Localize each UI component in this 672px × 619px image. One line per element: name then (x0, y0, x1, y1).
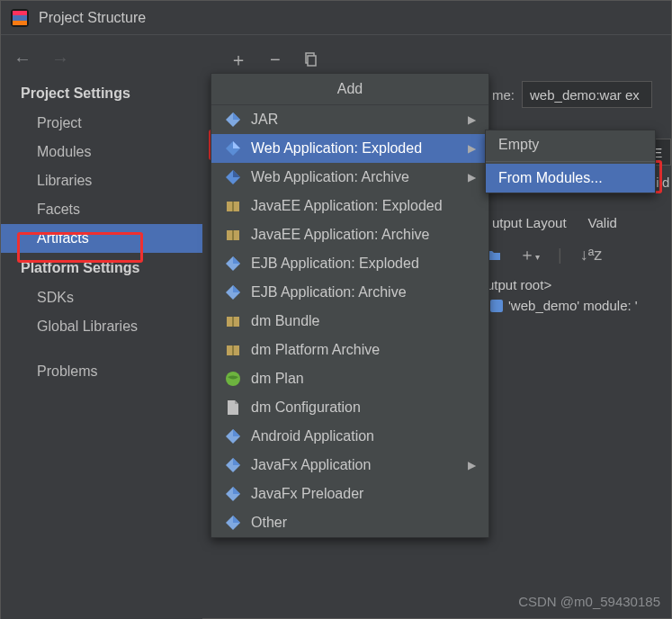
artifact-type-icon (224, 255, 242, 273)
menu-item-jar[interactable]: JAR▶ (211, 105, 488, 134)
submenu-arrow-icon: ▶ (468, 142, 476, 155)
svg-rect-3 (490, 300, 503, 312)
forward-arrow-icon: → (51, 49, 69, 69)
tree-root-label: utput root> (487, 277, 551, 292)
artifact-type-icon (224, 139, 242, 157)
nav-back-forward: ← → (1, 39, 217, 79)
menu-item-other[interactable]: Other (211, 508, 488, 537)
svg-rect-11 (232, 202, 234, 211)
window-title: Project Structure (39, 10, 146, 26)
web-exploded-submenu: EmptyFrom Modules... (485, 130, 656, 193)
artifact-type-icon (224, 168, 242, 186)
intellij-logo-icon (10, 8, 30, 28)
menu-item-label: dm Configuration (251, 399, 361, 416)
svg-marker-15 (233, 256, 240, 264)
menu-item-label: dm Bundle (251, 313, 320, 329)
menu-item-label: Android Application (251, 428, 374, 444)
add-content-icon[interactable]: ＋▾ (519, 244, 540, 265)
tab-validation[interactable]: Valid (588, 215, 617, 240)
artifact-type-icon (224, 341, 242, 359)
menu-item-javafx-preloader[interactable]: JavaFx Preloader (211, 480, 488, 508)
svg-marker-7 (233, 141, 240, 148)
menu-item-web-application-archive[interactable]: Web Application: Archive▶ (211, 163, 488, 192)
menu-item-javafx-application[interactable]: JavaFx Application▶ (211, 451, 488, 480)
sidebar-item-facets[interactable]: Facets (1, 195, 202, 224)
svg-rect-21 (232, 345, 234, 355)
menu-item-label: JAR (251, 112, 278, 128)
menu-item-web-application-exploded[interactable]: Web Application: Exploded▶ (211, 134, 488, 163)
submenu-arrow-icon: ▶ (468, 459, 476, 471)
menu-item-android-application[interactable]: Android Application (211, 422, 488, 451)
artifact-type-icon (224, 485, 242, 503)
sidebar: Project Settings Project Modules Librari… (1, 78, 202, 619)
sidebar-item-project[interactable]: Project (1, 109, 202, 138)
submenu-item-empty[interactable]: Empty (486, 130, 655, 159)
tree-module-label: 'web_demo' module: ' (508, 298, 638, 313)
menu-item-label: EJB Application: Exploded (251, 256, 419, 272)
menu-item-label: JavaFx Preloader (251, 486, 363, 502)
sidebar-heading-project: Project Settings (1, 78, 202, 109)
sidebar-heading-platform: Platform Settings (1, 253, 202, 283)
project-structure-window: Project Structure ← → Project Settings P… (0, 0, 672, 619)
tab-output-layout[interactable]: utput Layout (492, 215, 567, 240)
popup-title: Add (211, 74, 488, 105)
menu-item-label: dm Platform Archive (251, 342, 380, 358)
submenu-arrow-icon: ▶ (468, 171, 476, 184)
artifact-type-icon (224, 427, 242, 445)
artifact-type-icon (224, 370, 242, 388)
artifact-type-icon (224, 514, 242, 532)
artifact-name-input[interactable]: web_demo:war ex (522, 81, 652, 108)
menu-item-label: dm Plan (251, 371, 304, 387)
sidebar-item-sdks[interactable]: SDKs (1, 283, 202, 312)
back-arrow-icon[interactable]: ← (13, 49, 31, 69)
menu-item-label: Web Application: Archive (251, 169, 409, 185)
menu-item-ejb-application-exploded[interactable]: EJB Application: Exploded (211, 249, 488, 278)
output-toolbar: ＋▾ | ↓ªz (487, 242, 671, 267)
svg-marker-26 (233, 458, 240, 465)
menu-item-javaee-application-archive[interactable]: JavaEE Application: Archive (211, 220, 488, 249)
submenu-item-from-modules[interactable]: From Modules... (486, 164, 655, 193)
artifact-type-icon (224, 312, 242, 330)
output-tree: utput root> 'web_demo' module: ' (487, 274, 671, 316)
menu-item-label: Web Application: Exploded (251, 140, 422, 157)
artifact-type-icon (224, 399, 242, 417)
artifact-type-icon (224, 456, 242, 474)
add-icon[interactable]: ＋ (229, 50, 247, 68)
menu-item-label: JavaFx Application (251, 457, 371, 473)
svg-rect-13 (232, 230, 234, 240)
watermark: CSDN @m0_59430185 (518, 594, 660, 609)
svg-marker-28 (233, 487, 240, 494)
artifact-type-icon (224, 226, 242, 244)
sidebar-item-problems[interactable]: Problems (1, 357, 202, 386)
menu-item-label: JavaEE Application: Archive (251, 227, 429, 243)
menu-item-dm-plan[interactable]: dm Plan (211, 364, 488, 393)
svg-marker-9 (233, 170, 240, 177)
name-label: me: (492, 87, 515, 103)
menu-item-label: JavaEE Application: Exploded (251, 198, 443, 214)
sidebar-item-libraries[interactable]: Libraries (1, 166, 202, 195)
artifact-type-icon (224, 111, 242, 129)
tree-root-row[interactable]: utput root> (487, 274, 671, 295)
submenu-separator (486, 161, 655, 162)
submenu-arrow-icon: ▶ (468, 113, 476, 126)
menu-item-label: EJB Application: Archive (251, 284, 407, 301)
sidebar-item-artifacts[interactable]: Artifacts (1, 224, 202, 253)
sidebar-item-modules[interactable]: Modules (1, 138, 202, 166)
menu-item-dm-platform-archive[interactable]: dm Platform Archive (211, 336, 488, 364)
menu-item-javaee-application-exploded[interactable]: JavaEE Application: Exploded (211, 192, 488, 220)
sort-icon[interactable]: ↓ªz (580, 246, 603, 265)
svg-rect-19 (232, 317, 234, 327)
tree-module-row[interactable]: 'web_demo' module: ' (487, 295, 671, 316)
svg-marker-5 (233, 112, 240, 120)
menu-item-dm-configuration[interactable]: dm Configuration (211, 393, 488, 422)
add-artifact-menu: Add JAR▶ Web Application: Exploded▶ Web … (211, 73, 489, 538)
sidebar-item-global-libraries[interactable]: Global Libraries (1, 312, 202, 341)
titlebar: Project Structure (1, 1, 671, 35)
svg-marker-30 (233, 516, 240, 523)
menu-item-dm-bundle[interactable]: dm Bundle (211, 307, 488, 336)
artifact-type-icon (224, 283, 242, 301)
remove-icon[interactable]: − (270, 50, 281, 68)
menu-item-label: Other (251, 515, 287, 531)
menu-item-ejb-application-archive[interactable]: EJB Application: Archive (211, 278, 488, 307)
module-icon (490, 300, 503, 312)
